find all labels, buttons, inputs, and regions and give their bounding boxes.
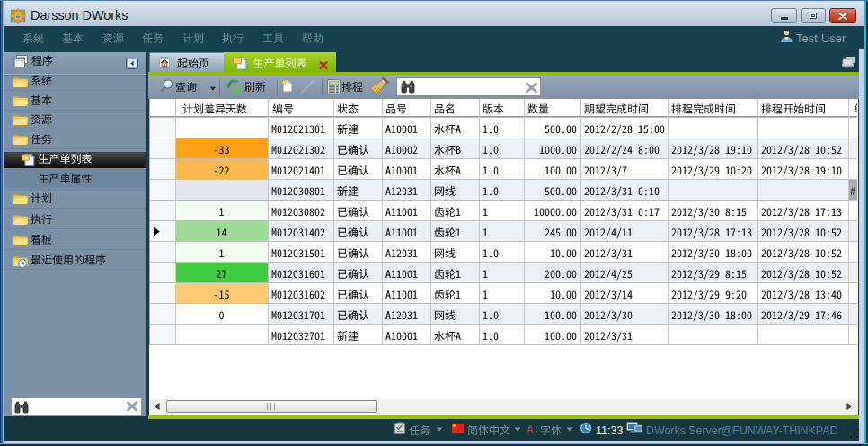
- svg-text:A: A: [527, 424, 534, 433]
